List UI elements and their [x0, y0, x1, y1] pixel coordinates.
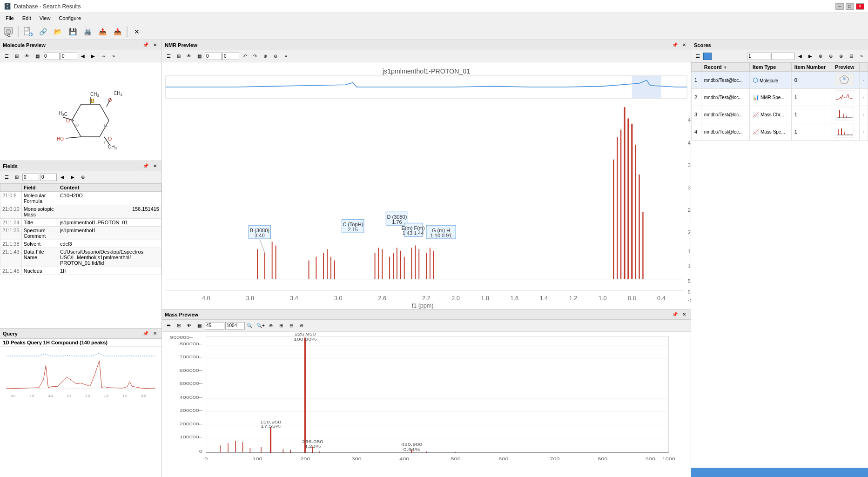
mass-close-button[interactable]: ✕ [680, 311, 688, 318]
scores-nav-3[interactable]: ⊕ [816, 52, 825, 60]
scores-color-btn[interactable] [703, 53, 712, 60]
save-button[interactable]: 💾 [66, 25, 79, 38]
mol-expand-btn[interactable]: ⇥ [99, 52, 108, 60]
fields-tools[interactable]: ⊕ [78, 173, 87, 181]
fields-nav-l[interactable]: ◀ [58, 173, 67, 181]
mol-nav-left[interactable]: ◀ [78, 52, 87, 60]
molecule-pin-button[interactable]: 📌 [142, 41, 149, 49]
mass-input-2[interactable] [225, 322, 245, 329]
mol-more-btn[interactable]: » [109, 52, 118, 60]
mass-nav-l[interactable]: ⊞ [276, 322, 286, 330]
scores-row-item-number: 1 [791, 89, 832, 106]
fields-row-field: Title [21, 219, 58, 227]
fields-menu-btn[interactable]: ☰ [2, 173, 11, 181]
molecule-close-button[interactable]: ✕ [151, 41, 159, 49]
scores-row[interactable]: 3 mndb://Test@loc... 📈 Mass Chr... 1 › [692, 106, 868, 123]
svg-rect-7 [28, 27, 30, 29]
mass-zoom-in[interactable]: 🔍+ [256, 322, 265, 330]
query-close-button[interactable]: ✕ [151, 330, 159, 337]
nmr-more[interactable]: » [281, 52, 290, 60]
mol-input-2[interactable] [61, 53, 77, 60]
svg-text:300000–: 300000– [180, 408, 202, 412]
nmr-nav-1[interactable]: ↶ [240, 52, 249, 60]
db-search-button[interactable] [2, 25, 15, 38]
scores-nav-6[interactable]: ⊟ [847, 52, 856, 60]
scores-input-2[interactable] [771, 53, 794, 60]
mass-tools[interactable]: ⊛ [297, 322, 306, 330]
scores-row[interactable]: 2 mndb://Test@loc... 📊 NMR Spe... 1 › [692, 89, 868, 106]
nmr-bar-btn[interactable]: ▦ [195, 52, 204, 60]
svg-text:1000: 1000 [662, 457, 675, 461]
svg-text:100: 100 [253, 457, 262, 461]
nmr-input-2[interactable] [222, 53, 239, 60]
maximize-button[interactable]: □ [846, 3, 854, 10]
scores-nav-5[interactable]: ⊛ [836, 52, 846, 60]
mass-grid-btn[interactable]: ⊞ [174, 322, 183, 330]
scores-col-record[interactable]: Record ▼ [701, 63, 749, 72]
link-button[interactable]: 🔗 [36, 25, 49, 38]
fields-input-2[interactable] [40, 174, 57, 181]
mass-pin-button[interactable]: 📌 [671, 311, 679, 318]
svg-text:20000: 20000 [688, 229, 691, 235]
svg-text:10: 10 [74, 123, 79, 128]
scores-row[interactable]: 4 mndb://Test@loc... 📈 Mass Spe... 1 › [692, 123, 868, 141]
nmr-nav-2[interactable]: ↷ [250, 52, 260, 60]
minimize-button[interactable]: – [835, 3, 844, 10]
menu-file[interactable]: File [2, 14, 18, 22]
export-button[interactable]: 📤 [96, 25, 109, 38]
import-button[interactable]: 📥 [111, 25, 124, 38]
mass-zoom-out[interactable]: 🔍- [246, 322, 255, 330]
scores-nav-4[interactable]: ⊖ [826, 52, 835, 60]
nmr-pin-button[interactable]: 📌 [671, 41, 679, 49]
mol-bar-btn[interactable]: ▦ [33, 52, 42, 60]
menu-view[interactable]: View [36, 14, 54, 22]
scores-nav-2[interactable]: ▶ [806, 52, 815, 60]
svg-text:0.8: 0.8 [628, 295, 636, 302]
print-button[interactable]: 🖨️ [81, 25, 94, 38]
mass-preview-panel: Mass Preview 📌 ✕ ☰ ⊞ 👁 ▦ 🔍- 🔍+ ⊕ ⊞ ⊟ ⊛ [162, 309, 691, 477]
mass-crosshair[interactable]: ⊕ [266, 322, 276, 330]
mass-preview-title: Mass Preview [165, 312, 669, 317]
nmr-grid-btn[interactable]: ⊞ [174, 52, 183, 60]
svg-text:1.10   0.91: 1.10 0.91 [431, 233, 452, 238]
close-panel-button[interactable]: ✕ [130, 25, 143, 38]
mass-eye-btn[interactable]: 👁 [184, 322, 194, 330]
mol-grid-btn[interactable]: ⊞ [12, 52, 21, 60]
nmr-input-1[interactable] [205, 53, 222, 60]
new-button[interactable] [21, 25, 34, 38]
fields-nav-r[interactable]: ▶ [68, 173, 77, 181]
mol-eye-btn[interactable]: 👁 [22, 52, 32, 60]
scores-nav-1[interactable]: ◀ [795, 52, 805, 60]
nmr-zoom-out[interactable]: ⊖ [271, 52, 280, 60]
mass-input-1[interactable] [205, 322, 224, 329]
scores-row-item-type: 📊 NMR Spe... [749, 89, 791, 106]
mass-menu-btn[interactable]: ☰ [164, 322, 173, 330]
nmr-close-button[interactable]: ✕ [680, 41, 688, 49]
scores-nav-7[interactable]: » [857, 52, 866, 60]
query-panel: Query 📌 ✕ 1D Peaks Query 1H Compound (14… [0, 329, 161, 477]
nmr-preview-panel: NMR Preview 📌 ✕ ☰ ⊞ 👁 ▦ ↶ ↷ ⊕ ⊖ » [162, 40, 691, 309]
menu-edit[interactable]: Edit [19, 14, 35, 22]
scores-row[interactable]: 1 mndb://Test@loc... ⬡ Molecule 0 › [692, 72, 868, 89]
fields-row-content: C:/Users/Usuario/Desktop/Espectros USC/L… [58, 248, 161, 267]
nmr-eye-btn[interactable]: 👁 [184, 52, 194, 60]
svg-text:500: 500 [451, 457, 461, 461]
close-button[interactable]: × [856, 3, 864, 10]
nmr-menu-btn[interactable]: ☰ [164, 52, 173, 60]
fields-input-1[interactable] [22, 174, 39, 181]
mass-nav-r[interactable]: ⊟ [287, 322, 296, 330]
nmr-zoom-in[interactable]: ⊕ [261, 52, 270, 60]
scores-input-1[interactable] [747, 53, 770, 60]
mass-bar-btn[interactable]: ▦ [195, 322, 204, 330]
query-pin-button[interactable]: 📌 [142, 330, 149, 337]
svg-text:2.6: 2.6 [378, 295, 387, 302]
menu-configure[interactable]: Configure [55, 14, 85, 22]
fields-row-id: 21:0:10 [0, 205, 22, 219]
open-button[interactable]: 📂 [51, 25, 64, 38]
fields-grid-btn[interactable]: ⊞ [12, 173, 21, 181]
mol-nav-right[interactable]: ▶ [88, 52, 98, 60]
scores-row-arrow: › [860, 89, 868, 106]
scores-menu-btn[interactable]: ☰ [693, 52, 702, 60]
mol-input-1[interactable] [43, 53, 60, 60]
mol-menu-btn[interactable]: ☰ [2, 52, 11, 60]
